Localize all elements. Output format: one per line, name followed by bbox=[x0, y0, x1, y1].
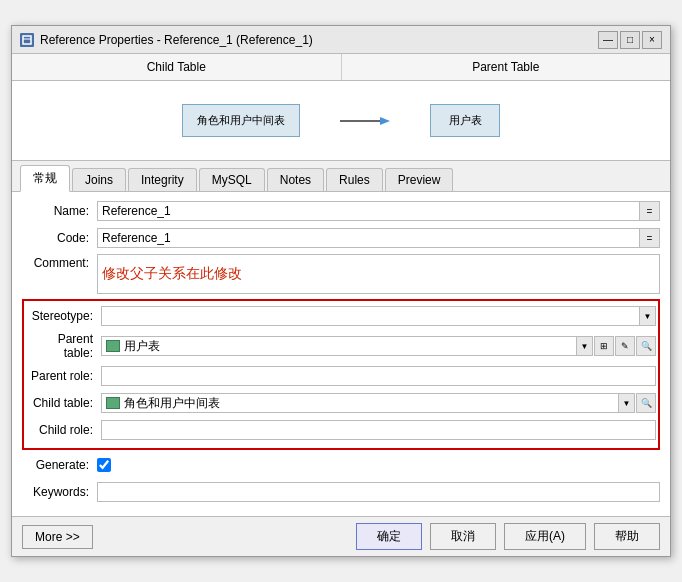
parent-table-btn1[interactable]: ⊞ bbox=[594, 336, 614, 356]
parent-table-label: Parent table: bbox=[26, 332, 101, 360]
parent-table-icon bbox=[106, 340, 120, 352]
title-buttons: — □ × bbox=[598, 31, 662, 49]
table-header: Child Table Parent Table bbox=[12, 54, 670, 81]
stereotype-select-wrapper: ▼ bbox=[101, 306, 656, 326]
bottom-right: 确定 取消 应用(A) 帮助 bbox=[356, 523, 660, 550]
parent-table-btn2[interactable]: ✎ bbox=[615, 336, 635, 356]
stereotype-label: Stereotype: bbox=[26, 309, 101, 323]
stereotype-select[interactable] bbox=[101, 306, 640, 326]
parent-table-display: 用户表 bbox=[101, 336, 577, 356]
tab-mysql[interactable]: MySQL bbox=[199, 168, 265, 191]
more-button[interactable]: More >> bbox=[22, 525, 93, 549]
parent-table-btn3[interactable]: 🔍 bbox=[636, 336, 656, 356]
code-input[interactable] bbox=[97, 228, 640, 248]
parent-table-dropdown[interactable]: ▼ bbox=[577, 336, 593, 356]
parent-table-header: Parent Table bbox=[342, 54, 671, 80]
code-input-group: = bbox=[97, 228, 660, 248]
maximize-button[interactable]: □ bbox=[620, 31, 640, 49]
title-bar-left: Reference Properties - Reference_1 (Refe… bbox=[20, 33, 313, 47]
parent-table-row: Parent table: 用户表 ▼ ⊞ ✎ 🔍 bbox=[24, 332, 658, 360]
child-table-action-btns: 🔍 bbox=[636, 393, 656, 413]
code-row: Code: = bbox=[22, 227, 660, 249]
diagram-arrow bbox=[340, 111, 390, 131]
svg-marker-3 bbox=[380, 117, 390, 125]
parent-table-value: 用户表 bbox=[124, 338, 160, 355]
name-input[interactable] bbox=[97, 201, 640, 221]
child-table-header: Child Table bbox=[12, 54, 342, 80]
main-window: Reference Properties - Reference_1 (Refe… bbox=[11, 25, 671, 557]
comment-row: Comment: 修改父子关系在此修改 bbox=[22, 254, 660, 294]
svg-rect-0 bbox=[23, 36, 31, 44]
parent-role-row: Parent role: bbox=[24, 365, 658, 387]
tab-joins[interactable]: Joins bbox=[72, 168, 126, 191]
child-role-input[interactable] bbox=[101, 420, 656, 440]
red-border-section: Stereotype: ▼ Parent table: 用户表 bbox=[22, 299, 660, 450]
child-role-label: Child role: bbox=[26, 423, 101, 437]
bottom-bar: More >> 确定 取消 应用(A) 帮助 bbox=[12, 516, 670, 556]
window-title: Reference Properties - Reference_1 (Refe… bbox=[40, 33, 313, 47]
confirm-button[interactable]: 确定 bbox=[356, 523, 422, 550]
minimize-button[interactable]: — bbox=[598, 31, 618, 49]
title-bar: Reference Properties - Reference_1 (Refe… bbox=[12, 26, 670, 54]
parent-table-action-btns: ⊞ ✎ 🔍 bbox=[594, 336, 656, 356]
comment-text[interactable]: 修改父子关系在此修改 bbox=[97, 254, 660, 294]
stereotype-dropdown-arrow[interactable]: ▼ bbox=[640, 306, 656, 326]
tab-preview[interactable]: Preview bbox=[385, 168, 454, 191]
window-content: Child Table Parent Table 角色和用户中间表 用户表 常规… bbox=[12, 54, 670, 556]
child-table-input-group: 角色和用户中间表 ▼ 🔍 bbox=[101, 393, 656, 413]
name-label: Name: bbox=[22, 204, 97, 218]
keywords-row: Keywords: bbox=[22, 481, 660, 503]
parent-role-label: Parent role: bbox=[26, 369, 101, 383]
child-table-icon bbox=[106, 397, 120, 409]
child-table-value: 角色和用户中间表 bbox=[124, 395, 220, 412]
child-table-dropdown[interactable]: ▼ bbox=[619, 393, 635, 413]
parent-diagram-box: 用户表 bbox=[430, 104, 500, 137]
child-table-label: Child table: bbox=[26, 396, 101, 410]
comment-label: Comment: bbox=[22, 254, 97, 270]
tabs-row: 常规 Joins Integrity MySQL Notes Rules Pre… bbox=[12, 161, 670, 192]
child-table-btn1[interactable]: 🔍 bbox=[636, 393, 656, 413]
tab-rules[interactable]: Rules bbox=[326, 168, 383, 191]
generate-label: Generate: bbox=[22, 458, 97, 472]
name-row: Name: = bbox=[22, 200, 660, 222]
form-area: Name: = Code: = Comment: 修改父子关系在此修改 bbox=[12, 192, 670, 516]
tab-normal[interactable]: 常规 bbox=[20, 165, 70, 192]
code-label: Code: bbox=[22, 231, 97, 245]
tab-integrity[interactable]: Integrity bbox=[128, 168, 197, 191]
tab-notes[interactable]: Notes bbox=[267, 168, 324, 191]
keywords-input[interactable] bbox=[97, 482, 660, 502]
keywords-label: Keywords: bbox=[22, 485, 97, 499]
name-input-group: = bbox=[97, 201, 660, 221]
stereotype-row: Stereotype: ▼ bbox=[24, 305, 658, 327]
child-role-row: Child role: bbox=[24, 419, 658, 441]
child-table-row: Child table: 角色和用户中间表 ▼ 🔍 bbox=[24, 392, 658, 414]
diagram-area: 角色和用户中间表 用户表 bbox=[12, 81, 670, 161]
close-button[interactable]: × bbox=[642, 31, 662, 49]
name-menu-button[interactable]: = bbox=[640, 201, 660, 221]
child-table-display: 角色和用户中间表 bbox=[101, 393, 619, 413]
child-diagram-box: 角色和用户中间表 bbox=[182, 104, 300, 137]
apply-button[interactable]: 应用(A) bbox=[504, 523, 586, 550]
parent-table-input-group: 用户表 ▼ ⊞ ✎ 🔍 bbox=[101, 336, 656, 356]
code-menu-button[interactable]: = bbox=[640, 228, 660, 248]
bottom-left: More >> bbox=[22, 525, 93, 549]
parent-role-input[interactable] bbox=[101, 366, 656, 386]
generate-row: Generate: bbox=[22, 454, 660, 476]
window-icon bbox=[20, 33, 34, 47]
help-button[interactable]: 帮助 bbox=[594, 523, 660, 550]
generate-checkbox[interactable] bbox=[97, 458, 111, 472]
cancel-button[interactable]: 取消 bbox=[430, 523, 496, 550]
